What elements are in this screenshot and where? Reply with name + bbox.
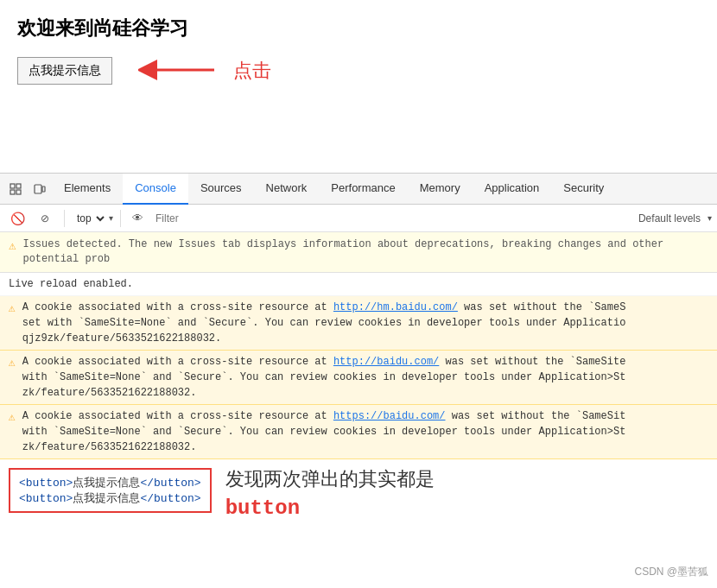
console-warn-2: ⚠ A cookie associated with a cross-site …	[0, 351, 717, 405]
warn-line-inner-2: ⚠ A cookie associated with a cross-site …	[9, 354, 708, 401]
button-row: 点我提示信息 点击	[17, 55, 700, 85]
bottom-note-area: <button>点我提示信息</button> <button>点我提示信息</…	[0, 459, 717, 533]
clear-console-icon[interactable]: 🚫	[5, 206, 29, 231]
svg-rect-6	[35, 185, 41, 193]
devtools-tab-bar: Elements Console Sources Network Perform…	[0, 174, 717, 205]
devtools-panel: Elements Console Sources Network Perform…	[0, 173, 717, 532]
console-warn-3: ⚠ A cookie associated with a cross-site …	[0, 405, 717, 459]
toolbar-separator2	[120, 210, 121, 227]
filter-icon[interactable]: ⊘	[33, 206, 57, 231]
prompt-button[interactable]: 点我提示信息	[17, 57, 112, 85]
top-content-area: 欢迎来到尚硅谷学习 点我提示信息 点击	[0, 0, 717, 173]
watermark: CSDN @墨苦狐	[634, 565, 708, 579]
note-text: 发现两次弹出的其实都是 button	[225, 468, 435, 524]
console-toolbar: 🚫 ⊘ top ▾ 👁 Default levels ▾	[0, 205, 717, 232]
baidu-https-link[interactable]: https://baidu.com/	[333, 410, 446, 422]
baidu-hm-link[interactable]: http://hm.baidu.com/	[333, 301, 458, 313]
tab-memory[interactable]: Memory	[408, 174, 473, 205]
warn-text-2: A cookie associated with a cross-site re…	[22, 354, 626, 401]
click-label: 点击	[233, 58, 271, 84]
device-icon[interactable]	[28, 177, 52, 201]
warn-triangle-icon-3: ⚠	[9, 409, 16, 427]
warn-text-1: A cookie associated with a cross-site re…	[22, 300, 626, 346]
code-highlight-block: <button>点我提示信息</button> <button>点我提示信息</…	[9, 468, 212, 513]
tab-elements[interactable]: Elements	[52, 174, 123, 205]
tab-network[interactable]: Network	[254, 174, 320, 205]
warn-text-3: A cookie associated with a cross-site re…	[22, 408, 626, 455]
console-line-live-reload: Live reload enabled.	[0, 273, 717, 296]
warn-triangle-icon-1: ⚠	[9, 300, 16, 318]
arrow-area: 点击	[138, 55, 271, 85]
baidu-link[interactable]: http://baidu.com/	[333, 356, 439, 368]
warning-icon: ⚠	[9, 238, 16, 256]
tab-sources[interactable]: Sources	[188, 174, 254, 205]
code-line-2: <button>点我提示信息</button>	[19, 490, 201, 506]
code-line-1: <button>点我提示信息</button>	[19, 475, 201, 490]
console-warn-1: ⚠ A cookie associated with a cross-site …	[0, 296, 717, 351]
svg-rect-7	[42, 187, 45, 192]
svg-rect-3	[16, 184, 21, 188]
default-levels-label: Default levels	[638, 212, 701, 224]
chevron-levels-icon: ▾	[707, 213, 712, 223]
svg-rect-4	[10, 190, 15, 194]
tab-console[interactable]: Console	[123, 174, 188, 205]
issues-banner: ⚠ Issues detected. The new Issues tab di…	[0, 232, 717, 273]
tab-application[interactable]: Application	[473, 174, 552, 205]
arrow-icon	[138, 55, 216, 85]
toolbar-separator	[64, 210, 65, 227]
svg-rect-2	[10, 184, 15, 188]
svg-rect-5	[16, 190, 21, 194]
inspect-icon[interactable]	[3, 177, 28, 201]
chevron-down-icon: ▾	[109, 213, 113, 223]
tab-security[interactable]: Security	[551, 174, 616, 205]
console-output: ⚠ Issues detected. The new Issues tab di…	[0, 232, 717, 532]
eye-icon[interactable]: 👁	[128, 209, 147, 228]
page-title: 欢迎来到尚硅谷学习	[17, 16, 700, 41]
context-selector[interactable]: top ▾	[72, 208, 113, 229]
warn-line-inner-3: ⚠ A cookie associated with a cross-site …	[9, 408, 708, 455]
filter-input[interactable]	[150, 212, 635, 224]
context-select[interactable]: top	[72, 208, 107, 229]
tab-performance[interactable]: Performance	[319, 174, 407, 205]
live-reload-text: Live reload enabled.	[9, 278, 133, 290]
warn-triangle-icon-2: ⚠	[9, 355, 16, 372]
warn-line-inner-1: ⚠ A cookie associated with a cross-site …	[9, 300, 708, 346]
issues-text: Issues detected. The new Issues tab disp…	[22, 237, 708, 267]
